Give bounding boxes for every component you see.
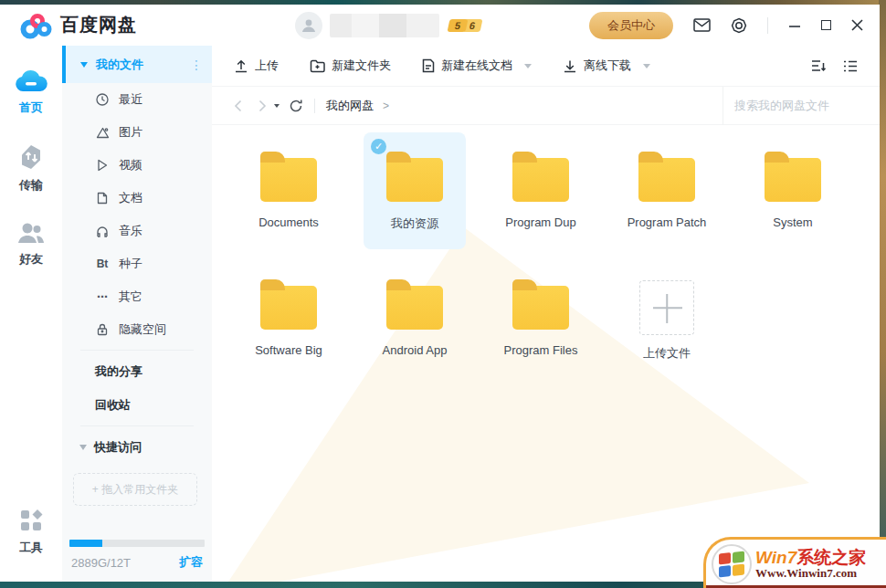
baidu-netdisk-window: 百度网盘 5 6 会员中心	[0, 5, 880, 582]
bt-icon: Bt	[95, 257, 110, 270]
nav-friends-label: 好友	[19, 251, 43, 268]
dropdown-caret-icon[interactable]	[524, 64, 532, 68]
folder-icon	[765, 158, 821, 202]
clock-icon	[95, 93, 110, 106]
app-brand: 百度网盘	[20, 12, 137, 39]
upload-icon	[234, 59, 248, 73]
nav-home[interactable]: 首页	[15, 69, 47, 116]
headphones-icon	[95, 226, 110, 237]
maximize-button[interactable]	[821, 20, 831, 30]
nav-home-label: 首页	[19, 100, 43, 116]
sidebar-item-quick-access[interactable]: 快捷访问	[62, 430, 212, 464]
dropdown-caret-icon[interactable]	[643, 64, 650, 68]
nav-friends[interactable]: 好友	[16, 221, 46, 268]
history-dropdown-icon[interactable]	[274, 104, 280, 108]
folder-item[interactable]: Software Big	[237, 260, 340, 377]
sidebar-item-recycle-bin[interactable]: 回收站	[62, 388, 212, 422]
sidebar-item-documents[interactable]: 文档	[62, 182, 212, 215]
plus-icon	[639, 280, 694, 335]
sidebar-divider	[80, 350, 194, 351]
nav-transfer[interactable]: 传输	[17, 143, 45, 194]
my-files-label: 我的文件	[96, 57, 143, 73]
picture-icon	[95, 127, 110, 139]
nav-tools-label: 工具	[19, 540, 43, 556]
sidebar-item-my-files[interactable]: 我的文件 ⋮	[62, 46, 212, 83]
sidebar-item-hidden-space[interactable]: 隐藏空间	[62, 313, 212, 346]
storage-usage-text: 2889G/12T	[71, 556, 131, 570]
folder-item[interactable]: Program Dup	[490, 132, 592, 249]
breadcrumb-root[interactable]: 我的网盘	[326, 98, 374, 114]
watermark-title: Win7系统之家	[755, 549, 866, 567]
tools-grid-icon	[18, 508, 44, 533]
folder-item[interactable]: Documents	[237, 132, 340, 249]
minimize-button[interactable]	[788, 19, 801, 32]
app-title: 百度网盘	[60, 13, 137, 37]
desktop-edge-right	[879, 0, 886, 588]
svip-level-5-badge: 5	[447, 19, 468, 32]
friends-people-icon	[16, 221, 46, 245]
selected-check-icon[interactable]: ✓	[371, 139, 386, 154]
upload-file-tile[interactable]: 上传文件	[616, 260, 718, 377]
storage-meter: 2889G/12T 扩容	[62, 540, 212, 582]
user-avatar[interactable]	[295, 12, 322, 39]
nav-tools[interactable]: 工具	[18, 508, 44, 556]
breadcrumb-arrow: >	[383, 100, 389, 112]
storage-bar-fill	[69, 540, 102, 547]
folder-icon	[386, 158, 443, 202]
more-options-icon[interactable]: ⋮	[190, 58, 203, 72]
sidebar-item-my-shares[interactable]: 我的分享	[62, 354, 212, 388]
folder-item[interactable]: Android App	[364, 260, 466, 377]
baidu-netdisk-logo-icon	[20, 12, 53, 39]
search-input[interactable]	[734, 99, 886, 112]
folder-item[interactable]: System	[742, 132, 844, 249]
refresh-icon[interactable]	[289, 99, 303, 113]
titlebar-separator	[767, 17, 768, 34]
settings-gear-icon[interactable]	[731, 17, 747, 34]
new-folder-button[interactable]: 新建文件夹	[310, 58, 391, 74]
upload-button[interactable]: 上传	[234, 58, 279, 74]
sidebar-item-music[interactable]: 音乐	[62, 215, 212, 247]
title-bar: 百度网盘 5 6 会员中心	[0, 5, 880, 46]
primary-nav-rail: 首页 传输	[0, 46, 62, 582]
forward-button[interactable]	[258, 100, 267, 112]
play-icon	[95, 159, 110, 172]
folder-icon	[512, 286, 569, 330]
folder-item[interactable]: Program Patch	[616, 132, 718, 249]
sidebar-item-videos[interactable]: 视频	[62, 149, 212, 182]
nav-transfer-label: 传输	[19, 177, 43, 194]
offline-download-button[interactable]: 离线下载	[563, 58, 650, 74]
main-content: 上传 新建文件夹	[212, 46, 880, 582]
files-sidebar: 我的文件 ⋮ 最近	[62, 46, 212, 582]
vip-level-badges[interactable]: 5 6	[448, 19, 481, 32]
action-toolbar: 上传 新建文件夹	[212, 46, 880, 87]
folder-item[interactable]: Program Files	[490, 260, 592, 377]
close-button[interactable]	[851, 19, 863, 31]
collapse-arrow-icon	[80, 62, 88, 68]
path-bar: 我的网盘 >	[212, 87, 880, 125]
file-grid-area: Documents ✓ 我的资源 Program Dup	[212, 125, 880, 582]
back-button[interactable]	[234, 100, 242, 112]
username-redacted[interactable]	[330, 14, 439, 37]
desktop-background: 百度网盘 5 6 会员中心	[0, 0, 886, 588]
sort-order-icon[interactable]	[811, 59, 827, 72]
ellipsis-icon: ⋯	[95, 290, 110, 303]
sidebar-item-recent[interactable]: 最近	[62, 83, 212, 116]
folder-icon	[386, 286, 443, 330]
lock-icon	[95, 323, 110, 336]
sidebar-item-other[interactable]: ⋯ 其它	[62, 280, 212, 313]
new-online-doc-button[interactable]: 新建在线文档	[422, 58, 532, 74]
download-icon	[563, 59, 577, 73]
document-icon	[95, 192, 110, 205]
messages-mail-icon[interactable]	[693, 18, 711, 32]
drag-folder-dropzone[interactable]: + 拖入常用文件夹	[73, 473, 197, 506]
sidebar-item-torrents[interactable]: Bt 种子	[62, 247, 212, 280]
win7-site-watermark: Win7系统之家 Www.Winwin7.com	[703, 537, 886, 588]
vip-center-button[interactable]: 会员中心	[589, 12, 673, 39]
pathbar-separator	[314, 99, 315, 113]
list-view-icon[interactable]	[843, 60, 858, 72]
expand-storage-link[interactable]: 扩容	[179, 554, 203, 571]
sidebar-item-pictures[interactable]: 图片	[62, 116, 212, 149]
folder-icon	[260, 286, 317, 330]
folder-item-selected[interactable]: ✓ 我的资源	[364, 132, 466, 249]
search-box[interactable]	[723, 87, 880, 125]
